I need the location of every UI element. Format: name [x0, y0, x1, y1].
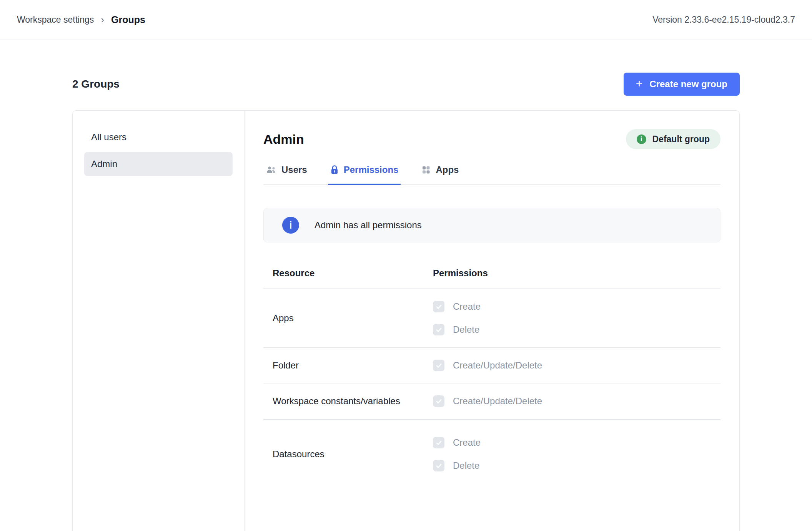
tab-users-label: Users: [281, 164, 307, 175]
permission-option: Delete: [433, 454, 720, 477]
permissions-column-header: Permissions: [433, 268, 720, 279]
resource-name: Folder: [273, 360, 433, 371]
tab-apps-label: Apps: [436, 164, 459, 175]
panel-header: Admin i Default group: [263, 129, 720, 149]
info-icon-green: i: [637, 134, 646, 144]
checkbox-delete[interactable]: [433, 460, 444, 471]
group-list: All usersAdmin: [73, 111, 245, 531]
info-banner-text: Admin has all permissions: [314, 220, 422, 231]
tab-permissions-label: Permissions: [344, 164, 399, 175]
checkbox-create[interactable]: [433, 301, 444, 312]
group-list-item-admin[interactable]: Admin: [84, 152, 233, 176]
group-detail-panel: Admin i Default group: [245, 111, 739, 531]
breadcrumb: Workspace settings › Groups: [17, 14, 145, 25]
tab-apps[interactable]: Apps: [419, 164, 461, 185]
checkbox-create[interactable]: [433, 437, 444, 448]
permission-option: Delete: [433, 318, 720, 341]
permission-row-workspace-constants-variables: Workspace constants/variablesCreate/Upda…: [263, 383, 720, 420]
create-new-group-button[interactable]: + Create new group: [624, 73, 740, 96]
resource-name: Workspace constants/variables: [273, 396, 433, 407]
tab-users[interactable]: Users: [263, 164, 309, 185]
resource-name: Datasources: [273, 449, 433, 460]
permission-label: Create/Update/Delete: [453, 360, 542, 371]
permission-option: Create/Update/Delete: [433, 390, 720, 413]
group-title: Admin: [263, 132, 304, 147]
permission-row-datasources: DatasourcesCreateDelete: [263, 420, 720, 483]
default-group-badge: i Default group: [626, 129, 721, 149]
permission-label: Delete: [453, 460, 479, 471]
create-new-group-label: Create new group: [649, 79, 727, 90]
default-group-label: Default group: [652, 134, 710, 144]
permission-option: Create: [433, 295, 720, 318]
version-label: Version 2.33.6-ee2.15.19-cloud2.3.7: [652, 15, 795, 25]
permission-option: Create/Update/Delete: [433, 354, 720, 377]
breadcrumb-workspace-settings[interactable]: Workspace settings: [17, 15, 94, 25]
groups-count-heading: 2 Groups: [72, 78, 120, 90]
permissions-info-banner: i Admin has all permissions: [263, 208, 720, 242]
lock-icon: [330, 165, 339, 175]
permission-label: Create/Update/Delete: [453, 396, 542, 407]
page-toolbar: 2 Groups + Create new group: [72, 73, 740, 96]
permission-label: Create: [453, 301, 481, 312]
permission-options: Create/Update/Delete: [433, 390, 720, 413]
permission-options: Create/Update/Delete: [433, 354, 720, 377]
permission-row-folder: FolderCreate/Update/Delete: [263, 348, 720, 383]
checkbox-create-update-delete[interactable]: [433, 360, 444, 371]
permission-option: Create: [433, 431, 720, 454]
top-bar: Workspace settings › Groups Version 2.33…: [0, 0, 812, 40]
table-body: AppsCreateDeleteFolderCreate/Update/Dele…: [263, 289, 720, 483]
group-tabs: Users Permissions: [263, 164, 720, 185]
permission-options: CreateDelete: [433, 295, 720, 341]
info-icon: i: [282, 217, 299, 234]
breadcrumb-groups: Groups: [111, 14, 145, 25]
users-icon: [266, 166, 276, 174]
permission-label: Create: [453, 437, 481, 448]
permission-row-apps: AppsCreateDelete: [263, 289, 720, 348]
groups-card: All usersAdmin Admin i Default group: [72, 110, 740, 531]
permission-label: Delete: [453, 324, 479, 335]
resource-column-header: Resource: [273, 268, 433, 279]
apps-grid-icon: [421, 165, 431, 174]
chevron-right-icon: ›: [101, 15, 104, 25]
checkbox-delete[interactable]: [433, 324, 444, 335]
permissions-table: Resource Permissions AppsCreateDeleteFol…: [263, 258, 720, 483]
groups-page: 2 Groups + Create new group All usersAdm…: [0, 73, 812, 531]
permission-options: CreateDelete: [433, 431, 720, 477]
tab-permissions[interactable]: Permissions: [328, 164, 401, 185]
group-list-item-all-users[interactable]: All users: [84, 125, 233, 149]
resource-name: Apps: [273, 313, 433, 324]
table-header-row: Resource Permissions: [263, 258, 720, 289]
plus-icon: +: [636, 78, 643, 90]
checkbox-create-update-delete[interactable]: [433, 395, 444, 407]
